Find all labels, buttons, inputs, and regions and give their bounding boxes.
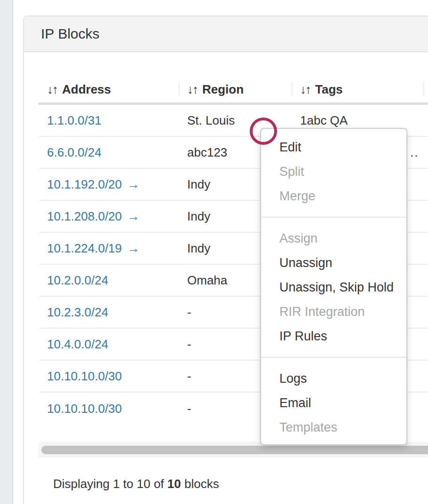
assigned-arrow-icon[interactable]: → [127,177,140,191]
assigned-arrow-icon[interactable]: → [127,241,140,255]
extra-cell [423,328,428,360]
context-menu-item-assign: Assign [261,226,406,251]
column-label: Region [202,82,244,96]
context-menu-item-ip-rules[interactable]: IP Rules [261,324,406,348]
tags-value: .. [410,145,419,160]
extra-cell [423,232,428,264]
tags-value: 1abc QA [300,113,348,127]
address-cell: 1.1.0.0/31 [39,104,179,137]
address-cell: 10.10.10.0/30 [39,392,179,425]
horizontal-scrollbar-thumb[interactable] [41,446,428,454]
panel-title: IP Blocks [24,16,428,51]
column-header-region[interactable]: ↓↑Region [179,71,292,104]
context-menu-item-edit[interactable]: Edit [261,135,406,159]
ip-address-link[interactable]: 10.1.192.0/20 [47,177,122,191]
ip-address-link[interactable]: 10.10.10.0/30 [47,369,122,383]
extra-cell [423,136,428,168]
column-header-address[interactable]: ↓↑Address [39,71,179,104]
page-edge-strip [0,0,13,504]
sort-icon[interactable]: ↓↑ [300,82,310,96]
menu-divider [261,357,406,358]
context-menu: EditSplitMergeAssignUnassignUnassign, Sk… [260,128,407,445]
extra-cell [423,360,428,392]
context-menu-item-email[interactable]: Email [261,391,406,415]
pagination-prefix: Displaying 1 to 10 of [53,477,164,491]
ip-address-link[interactable]: 10.10.10.0/30 [47,402,122,416]
address-cell: 10.2.3.0/24 [39,296,179,328]
context-menu-item-unassign-skip-hold[interactable]: Unassign, Skip Hold [261,275,406,299]
address-cell: 10.2.0.0/24 [39,264,179,296]
page: IP Blocks ↓↑Address↓↑Region↓↑Tags 1.1.0.… [0,0,428,504]
ip-address-link[interactable]: 10.1.208.0/20 [47,209,122,223]
extra-cell [423,296,428,328]
context-menu-item-split: Split [261,159,406,184]
context-menu-item-rir-integration: RIR Integration [261,299,406,324]
ip-address-link[interactable]: 6.6.0.0/24 [47,145,102,159]
extra-cell [423,200,428,232]
panel-header: IP Blocks [24,16,428,52]
address-cell: 10.1.208.0/20→ [39,200,179,232]
column-header-tags[interactable]: ↓↑Tags [292,71,423,104]
extra-cell [423,264,428,296]
extra-cell [423,104,428,137]
table-header: ↓↑Address↓↑Region↓↑Tags [39,71,428,104]
ip-address-link[interactable]: 10.2.3.0/24 [47,305,108,319]
menu-divider [261,217,406,218]
sort-icon[interactable]: ↓↑ [187,82,198,96]
ip-address-link[interactable]: 10.1.224.0/19 [47,241,122,255]
address-cell: 10.4.0.0/24 [39,328,179,360]
cursor-click-indicator [250,118,277,145]
sort-icon[interactable]: ↓↑ [47,82,57,96]
ip-address-link[interactable]: 1.1.0.0/31 [47,113,102,127]
assigned-arrow-icon[interactable]: → [127,209,140,223]
ip-address-link[interactable]: 10.2.0.0/24 [47,273,108,287]
extra-cell [423,168,428,200]
pagination-summary: Displaying 1 to 10 of 10 blocks [53,477,219,491]
ip-address-link[interactable]: 10.4.0.0/24 [47,337,108,351]
address-cell: 6.6.0.0/24 [39,136,179,168]
context-menu-item-merge: Merge [261,184,406,208]
context-menu-item-templates: Templates [261,415,406,440]
address-cell: 10.1.224.0/19→ [39,232,179,264]
column-label: Tags [315,82,343,96]
address-cell: 10.10.10.0/30 [39,360,179,392]
context-menu-item-unassign[interactable]: Unassign [261,251,406,275]
pagination-suffix: blocks [184,477,219,491]
context-menu-item-logs[interactable]: Logs [261,366,406,391]
extra-cell [423,392,428,425]
pagination-count: 10 [167,477,181,491]
column-label: Address [62,82,111,96]
address-cell: 10.1.192.0/20→ [39,168,179,200]
column-header-extra [423,71,428,104]
